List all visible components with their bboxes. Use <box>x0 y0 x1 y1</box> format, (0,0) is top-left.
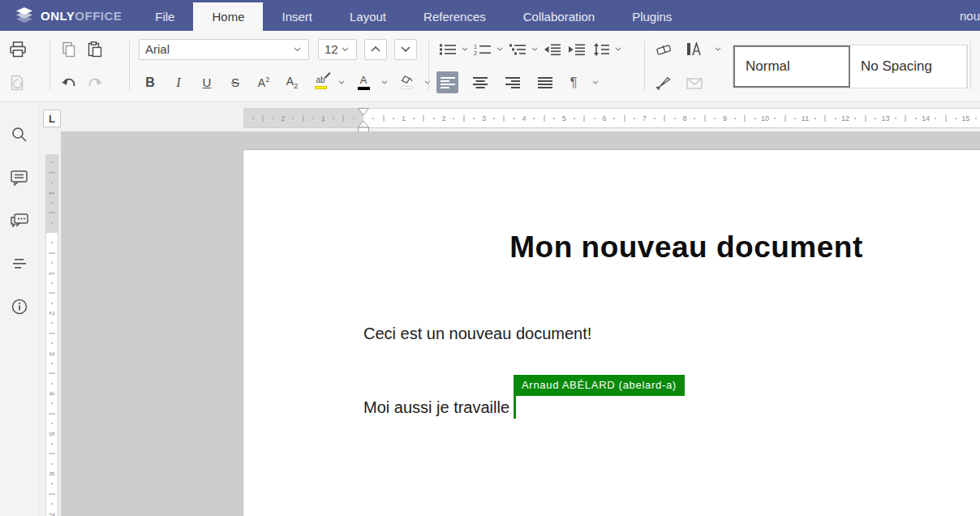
ruler-tick <box>393 118 394 119</box>
ruler-tick <box>463 115 464 122</box>
ruler-tick <box>51 443 53 445</box>
search-button[interactable] <box>10 125 29 144</box>
italic-button[interactable]: I <box>167 71 190 94</box>
tab-collaboration[interactable]: Collaboration <box>505 2 613 31</box>
line-spacing-button[interactable] <box>590 38 612 61</box>
bullets-dropdown[interactable] <box>462 47 468 51</box>
superscript-button[interactable]: A2 <box>252 71 275 94</box>
horizontal-ruler[interactable]: 21123456789101112131415 <box>243 108 980 128</box>
color-schemes-dropdown[interactable] <box>715 47 721 51</box>
ruler-number: 7 <box>643 114 647 123</box>
font-name-select[interactable]: Arial <box>139 39 309 60</box>
align-center-button[interactable] <box>469 71 491 93</box>
bullets-button[interactable] <box>436 38 459 61</box>
bold-button[interactable]: B <box>139 71 161 94</box>
tab-stop-selector[interactable]: L <box>43 110 61 127</box>
tab-file[interactable]: File <box>136 2 193 31</box>
ruler-tick <box>51 463 53 465</box>
multilevel-list-dropdown[interactable] <box>531 47 538 51</box>
decrement-font-size-button[interactable] <box>394 39 417 60</box>
about-button[interactable] <box>10 297 29 316</box>
redo-button[interactable] <box>84 71 106 94</box>
onlyoffice-layers-icon <box>15 6 34 24</box>
ruler-tick <box>51 423 53 424</box>
ruler-tick <box>613 118 615 119</box>
document-title: nou <box>960 0 980 31</box>
ruler-number: 2 <box>281 114 285 123</box>
ruler-tick <box>553 118 555 119</box>
shading-icon <box>400 75 413 89</box>
numbering-dropdown[interactable] <box>496 47 503 51</box>
increment-font-size-button[interactable] <box>364 39 387 60</box>
document-canvas[interactable]: Mon nouveau document Ceci est un nouveau… <box>61 131 980 516</box>
style-normal[interactable]: Normal <box>733 45 850 88</box>
document-page[interactable]: Mon nouveau document Ceci est un nouveau… <box>243 150 980 516</box>
save-button[interactable] <box>6 71 29 94</box>
svg-text:1: 1 <box>474 43 477 49</box>
ruler-tick <box>975 118 977 119</box>
ruler-number: 3 <box>482 114 486 123</box>
tab-home[interactable]: Home <box>193 2 263 31</box>
mail-merge-button[interactable] <box>683 71 706 94</box>
line-spacing-icon <box>593 43 609 56</box>
paste-button[interactable] <box>84 38 106 61</box>
ruler-number: 5 <box>48 432 56 436</box>
strikethrough-button[interactable]: S <box>224 71 247 94</box>
font-color-button[interactable]: A <box>352 71 375 94</box>
save-icon <box>10 75 26 91</box>
ruler-number: 15 <box>961 114 969 123</box>
paragraph-marks-dropdown[interactable] <box>592 80 599 84</box>
chevron-down-icon <box>342 47 349 52</box>
toolbar-divider <box>49 41 50 90</box>
subscript-button[interactable]: A2 <box>281 71 303 94</box>
undo-button[interactable] <box>58 71 80 94</box>
ruler-tick <box>49 454 55 454</box>
align-left-button[interactable] <box>436 71 458 93</box>
clear-style-button[interactable] <box>652 38 675 61</box>
search-icon <box>11 127 28 143</box>
highlight-color-dropdown[interactable] <box>338 80 345 84</box>
tab-insert[interactable]: Insert <box>263 2 331 31</box>
comments-button[interactable] <box>10 168 29 187</box>
line-spacing-dropdown[interactable] <box>615 47 621 51</box>
paragraph-marks-button[interactable]: ¶ <box>566 71 581 94</box>
ruler-tick <box>745 115 746 122</box>
ruler-tick <box>945 115 946 122</box>
redo-icon <box>87 76 103 89</box>
ruler-number: 4 <box>522 114 526 123</box>
ruler-tick <box>49 172 55 173</box>
navigation-button[interactable] <box>10 254 29 273</box>
menu-tabs: File Home Insert Layout References Colla… <box>136 0 690 31</box>
toolbar-divider <box>428 41 429 90</box>
toolbar: Arial 12 B I U S A2 A2 ab <box>0 31 980 102</box>
copy-button[interactable] <box>58 38 80 61</box>
font-color-dropdown[interactable] <box>381 80 388 84</box>
multilevel-list-button[interactable] <box>506 38 529 61</box>
ruler-number: 3 <box>48 351 56 355</box>
tab-plugins[interactable]: Plugins <box>613 2 690 31</box>
chat-icon <box>10 213 28 229</box>
justify-button[interactable] <box>534 71 556 93</box>
style-no-spacing[interactable]: No Spacing <box>850 45 967 88</box>
decrease-indent-button[interactable] <box>541 38 564 61</box>
align-right-button[interactable] <box>501 71 523 93</box>
ruler-number: 6 <box>48 471 56 475</box>
increase-indent-button[interactable] <box>565 38 588 61</box>
tab-layout[interactable]: Layout <box>331 2 405 31</box>
print-button[interactable] <box>6 38 29 61</box>
highlight-color-button[interactable]: ab <box>309 71 332 94</box>
ruler-tick <box>584 115 585 122</box>
copy-style-button[interactable] <box>652 71 675 94</box>
chat-button[interactable] <box>10 211 29 230</box>
numbering-button[interactable]: 12 <box>471 38 494 61</box>
ruler-number: 1 <box>48 271 56 275</box>
ruler-tick <box>49 213 55 213</box>
color-schemes-button[interactable] <box>683 38 706 61</box>
font-size-select[interactable]: 12 <box>318 39 357 60</box>
tab-references[interactable]: References <box>405 2 505 31</box>
shading-button[interactable] <box>395 71 418 94</box>
shading-dropdown[interactable] <box>424 80 431 84</box>
vertical-ruler[interactable]: 11234567 <box>45 154 58 516</box>
underline-button[interactable]: U <box>196 71 218 94</box>
svg-text:2: 2 <box>474 50 477 56</box>
